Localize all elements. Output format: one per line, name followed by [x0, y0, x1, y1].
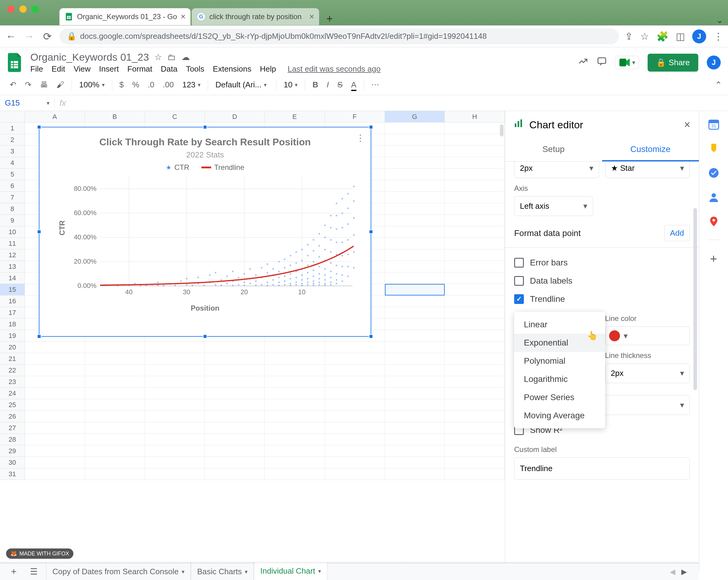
italic-button[interactable]: I	[323, 77, 333, 93]
strikethrough-button[interactable]: S	[334, 77, 346, 93]
sheet-tab-menu-icon[interactable]: ▾	[245, 569, 248, 575]
move-icon[interactable]: 🗀	[167, 52, 176, 62]
spreadsheet-grid[interactable]: ABCDEFGH 1234567891011121314151617181920…	[0, 111, 505, 571]
activity-icon[interactable]	[578, 56, 588, 69]
column-header[interactable]: F	[325, 111, 385, 122]
trendline-checkbox[interactable]: Trendline	[514, 290, 690, 308]
number-format-select[interactable]: 123▾	[179, 78, 204, 91]
row-header[interactable]: 11	[0, 238, 25, 249]
row-header[interactable]: 18	[0, 318, 25, 330]
new-tab-button[interactable]: +	[320, 12, 339, 25]
dropdown-item-linear[interactable]: Linear	[514, 315, 605, 334]
resize-handle[interactable]	[203, 334, 207, 339]
row-header[interactable]: 29	[0, 445, 25, 457]
row-header[interactable]: 31	[0, 468, 25, 480]
row-header[interactable]: 30	[0, 457, 25, 468]
sheet-tab-menu-icon[interactable]: ▾	[182, 569, 184, 575]
bookmark-icon[interactable]: ☆	[640, 31, 649, 42]
row-header[interactable]: 17	[0, 307, 25, 318]
star-icon[interactable]: ☆	[154, 52, 162, 62]
percent-button[interactable]: %	[129, 77, 143, 93]
row-header[interactable]: 8	[0, 203, 25, 215]
menu-help[interactable]: Help	[260, 64, 276, 74]
increase-decimal-button[interactable]: .00	[159, 77, 178, 93]
resize-handle[interactable]	[203, 125, 207, 129]
menu-format[interactable]: Format	[127, 64, 152, 74]
more-toolbar-icon[interactable]: ⋯	[368, 77, 383, 93]
sheet-tab-menu-icon[interactable]: ▾	[318, 568, 321, 575]
menu-extensions[interactable]: Extensions	[213, 64, 252, 74]
extensions-icon[interactable]: 🧩	[656, 31, 669, 42]
menu-view[interactable]: View	[74, 64, 91, 74]
dropdown-item-power-series[interactable]: Power Series	[514, 388, 605, 406]
row-header[interactable]: 7	[0, 192, 25, 203]
contacts-icon[interactable]	[708, 191, 720, 203]
font-select[interactable]: Default (Ari...▾	[212, 78, 272, 91]
select-all-corner[interactable]	[0, 111, 25, 122]
row-header[interactable]: 24	[0, 388, 25, 399]
collapse-toolbar-icon[interactable]: ⌃	[715, 80, 722, 90]
menu-data[interactable]: Data	[161, 64, 178, 74]
font-size-select[interactable]: 10▾	[280, 78, 301, 91]
resize-handle[interactable]	[37, 230, 41, 234]
column-header[interactable]: C	[145, 111, 205, 122]
row-header[interactable]: 3	[0, 146, 25, 157]
line-thickness-select[interactable]: 2px▾	[605, 363, 690, 383]
resize-handle[interactable]	[37, 334, 41, 339]
sheet-tab[interactable]: Basic Charts▾	[191, 562, 254, 580]
chart-subtitle[interactable]: 2022 Stats	[40, 148, 371, 160]
row-header[interactable]: 4	[0, 157, 25, 169]
cloud-status-icon[interactable]: ☁	[181, 52, 190, 62]
sidepanel-icon[interactable]: ◫	[676, 31, 685, 42]
user-avatar[interactable]: J	[707, 55, 721, 70]
calendar-icon[interactable]: 31	[708, 118, 720, 130]
add-sheet-button[interactable]: +	[6, 566, 22, 577]
vertical-scrollbar[interactable]	[500, 124, 503, 136]
paint-format-button[interactable]: 🖌	[53, 77, 68, 93]
tasks-icon[interactable]	[708, 167, 720, 179]
row-header[interactable]: 27	[0, 422, 25, 434]
dropdown-item-polynomial[interactable]: Polynomial	[514, 352, 605, 370]
menu-insert[interactable]: Insert	[99, 64, 119, 74]
add-data-point-button[interactable]: Add	[664, 225, 690, 241]
all-sheets-button[interactable]: ☰	[25, 566, 43, 577]
legend-item-trendline[interactable]: Trendline	[201, 163, 244, 172]
sheets-logo-icon[interactable]	[6, 50, 24, 75]
row-header[interactable]: 23	[0, 376, 25, 388]
column-header[interactable]: H	[445, 111, 505, 122]
x-axis-label[interactable]: Position	[40, 292, 371, 312]
currency-button[interactable]: $	[116, 77, 127, 93]
tab-close-icon[interactable]: ×	[181, 12, 186, 22]
row-header[interactable]: 12	[0, 249, 25, 261]
cells-area[interactable]: ⋮ Click Through Rate by Search Result Po…	[25, 123, 505, 480]
trendline[interactable]	[100, 246, 354, 285]
scroll-tabs-right[interactable]: ▶	[681, 568, 687, 576]
browser-tab-active[interactable]: Organic_Keywords 01_23 - Go ×	[59, 8, 190, 25]
row-header[interactable]: 25	[0, 399, 25, 411]
axis-select[interactable]: Left axis▾	[514, 196, 593, 216]
close-window-button[interactable]	[7, 5, 15, 13]
redo-button[interactable]: ↷	[21, 77, 35, 93]
minimize-window-button[interactable]	[19, 5, 27, 13]
reload-button[interactable]: ⟳	[41, 30, 53, 43]
line-color-select[interactable]: ▾	[605, 326, 690, 345]
bold-button[interactable]: B	[309, 77, 322, 93]
row-header[interactable]: 20	[0, 342, 25, 353]
row-header[interactable]: 6	[0, 180, 25, 192]
row-header[interactable]: 14	[0, 272, 25, 284]
decrease-decimal-button[interactable]: .0	[144, 77, 158, 93]
close-editor-icon[interactable]: ×	[684, 118, 691, 131]
column-header[interactable]: A	[25, 111, 85, 122]
resize-handle[interactable]	[369, 230, 373, 234]
plot-area[interactable]: CTR 0.00%20.00%40.00%60.00%80.00%4030201…	[100, 177, 353, 286]
tab-setup[interactable]: Setup	[505, 138, 602, 161]
row-header[interactable]: 9	[0, 215, 25, 226]
resize-handle[interactable]	[369, 334, 373, 339]
undo-button[interactable]: ↶	[6, 77, 20, 93]
share-button[interactable]: 🔒 Share	[648, 54, 698, 72]
row-header[interactable]: 10	[0, 226, 25, 238]
point-size-select[interactable]: 2px▾	[514, 162, 599, 178]
row-header[interactable]: 1	[0, 123, 25, 134]
row-header[interactable]: 22	[0, 365, 25, 376]
name-box[interactable]: G15 ▾	[0, 98, 55, 108]
